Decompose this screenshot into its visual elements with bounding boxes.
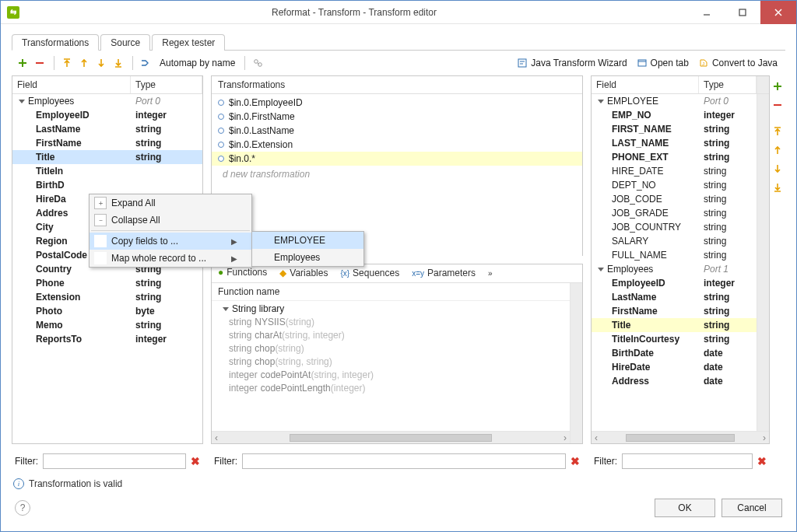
tree-field[interactable]: PHONE_EXTstring (592, 150, 757, 164)
automap-button[interactable]: Automap by name (155, 56, 240, 70)
out-move-down-icon[interactable] (770, 161, 785, 177)
remove-output-icon[interactable] (770, 97, 785, 113)
tree-field[interactable]: JOB_COUNTRYstring (592, 220, 757, 234)
transform-row[interactable]: $in.0.Extension (212, 138, 582, 152)
right-vscroll-head[interactable] (757, 76, 769, 93)
minimize-button[interactable] (689, 1, 725, 24)
function-group[interactable]: String library (212, 303, 570, 316)
out-move-bottom-icon[interactable] (770, 180, 785, 195)
tree-field[interactable]: FirstNamestring (12, 136, 202, 150)
add-output-icon[interactable] (770, 79, 785, 94)
tree-field[interactable]: JOB_GRADEstring (592, 206, 757, 220)
tree-field[interactable]: Photobyte (12, 304, 202, 318)
out-move-up-icon[interactable] (770, 142, 785, 158)
function-name-header[interactable]: Function name (212, 283, 570, 301)
function-item[interactable]: stringNYSIIS(string) (212, 316, 570, 329)
submenu-employee[interactable]: EMPLOYEE (252, 232, 363, 249)
right-filter-input[interactable] (622, 453, 753, 469)
tree-field[interactable]: BirthDatedate (592, 346, 757, 360)
clear-filter-icon[interactable]: ✖ (757, 455, 767, 467)
close-button[interactable] (760, 1, 796, 24)
automap-icon[interactable] (138, 55, 153, 71)
tree-field[interactable]: Extensionstring (12, 290, 202, 304)
tree-field[interactable]: BirthD (12, 178, 202, 192)
tree-field[interactable]: LastNamestring (12, 122, 202, 136)
remove-icon[interactable] (32, 55, 47, 71)
transform-row[interactable]: $in.0.EmployeeID (212, 96, 582, 110)
tree-field[interactable]: Addressdate (592, 374, 757, 388)
function-item[interactable]: stringchop(string) (212, 342, 570, 355)
tree-field[interactable]: LAST_NAMEstring (592, 136, 757, 150)
function-list[interactable]: String librarystringNYSIIS(string)string… (212, 301, 570, 432)
convert-java-button[interactable]: JConvert to Java (693, 56, 782, 70)
left-tree[interactable]: EmployeesPort 0EmployeeIDintegerLastName… (12, 94, 202, 443)
tree-field[interactable]: HIRE_DATEstring (592, 164, 757, 178)
tree-group[interactable]: EmployeesPort 1 (592, 262, 757, 276)
tree-field[interactable]: TitleInCourtesystring (592, 332, 757, 346)
function-item[interactable]: stringchop(string, string) (212, 355, 570, 369)
transform-row[interactable]: $in.0.FirstName (212, 110, 582, 124)
left-header-type[interactable]: Type (131, 76, 202, 93)
copy-fields-submenu[interactable]: EMPLOYEE Employees (251, 231, 364, 267)
tree-field[interactable]: FIRST_NAMEstring (592, 122, 757, 136)
tree-field[interactable]: EmployeeIDinteger (592, 276, 757, 290)
left-filter-input[interactable] (43, 453, 186, 469)
function-item[interactable]: integercodePointLength(integer) (212, 382, 570, 395)
subtab-more[interactable]: » (482, 264, 499, 282)
right-hscroll[interactable]: ‹› (592, 431, 769, 443)
subtab-parameters[interactable]: x=yParameters (406, 264, 482, 282)
menu-expand-all[interactable]: ＋Expand All (90, 194, 251, 212)
tree-field[interactable]: JOB_CODEstring (592, 192, 757, 206)
right-header-type[interactable]: Type (699, 76, 757, 93)
tree-field[interactable]: ReportsTointeger (12, 332, 202, 346)
move-bottom-icon[interactable] (111, 55, 126, 71)
tab-transformations[interactable]: Transformations (12, 34, 99, 51)
functions-hscroll[interactable]: ‹› (212, 431, 570, 443)
tree-field[interactable]: EMP_NOinteger (592, 108, 757, 122)
tree-field[interactable]: HireDatedate (592, 360, 757, 374)
menu-map-record[interactable]: Map whole record to ...▶ (90, 250, 251, 267)
context-menu[interactable]: ＋Expand All －Collapse All Copy fields to… (89, 194, 252, 268)
tab-source[interactable]: Source (100, 34, 150, 51)
tree-group[interactable]: EMPLOYEEPort 0 (592, 94, 757, 108)
tree-field[interactable]: FULL_NAMEstring (592, 248, 757, 262)
tree-field[interactable]: Memostring (12, 318, 202, 332)
function-item[interactable]: integercodePointAt(string, integer) (212, 369, 570, 382)
clear-filter-icon[interactable]: ✖ (191, 455, 200, 467)
tree-field[interactable]: TitleIn (12, 164, 202, 178)
out-move-top-icon[interactable] (770, 124, 785, 139)
transform-row[interactable]: $in.0.LastName (212, 124, 582, 138)
right-vscroll[interactable] (757, 94, 769, 431)
mid-filter-input[interactable] (242, 453, 566, 469)
automap-type-icon[interactable] (250, 55, 265, 71)
tree-field[interactable]: EmployeeIDinteger (12, 108, 202, 122)
right-header-field[interactable]: Field (592, 76, 699, 93)
maximize-button[interactable] (725, 1, 760, 24)
tree-field[interactable]: SALARYstring (592, 234, 757, 248)
help-button[interactable]: ? (15, 500, 30, 516)
tree-field[interactable]: LastNamestring (592, 290, 757, 304)
move-down-icon[interactable] (93, 55, 109, 71)
right-tree[interactable]: EMPLOYEEPort 0EMP_NOintegerFIRST_NAMEstr… (592, 94, 757, 431)
cancel-button[interactable]: Cancel (722, 499, 782, 517)
tree-field[interactable]: Phonestring (12, 276, 202, 290)
tab-regex-tester[interactable]: Regex tester (152, 34, 225, 51)
java-wizard-button[interactable]: Java Transform Wizard (512, 56, 631, 70)
tree-field[interactable]: FirstNamestring (592, 304, 757, 318)
add-new-transform[interactable]: d new transformation (212, 166, 582, 183)
tree-field[interactable]: DEPT_NOstring (592, 178, 757, 192)
open-tab-button[interactable]: Open tab (632, 56, 693, 70)
tree-group[interactable]: EmployeesPort 0 (12, 94, 202, 108)
menu-collapse-all[interactable]: －Collapse All (90, 212, 251, 229)
left-header-field[interactable]: Field (12, 76, 131, 93)
function-item[interactable]: stringcharAt(string, integer) (212, 329, 570, 342)
add-icon[interactable] (15, 55, 30, 71)
tree-field[interactable]: Titlestring (12, 150, 202, 164)
functions-vscroll[interactable] (570, 283, 582, 444)
move-up-icon[interactable] (76, 55, 92, 71)
tree-field[interactable]: Titlestring (592, 318, 757, 332)
ok-button[interactable]: OK (655, 499, 715, 517)
move-top-icon[interactable] (59, 55, 75, 71)
transform-row[interactable]: $in.0.* (212, 152, 582, 166)
clear-filter-icon[interactable]: ✖ (571, 455, 580, 467)
